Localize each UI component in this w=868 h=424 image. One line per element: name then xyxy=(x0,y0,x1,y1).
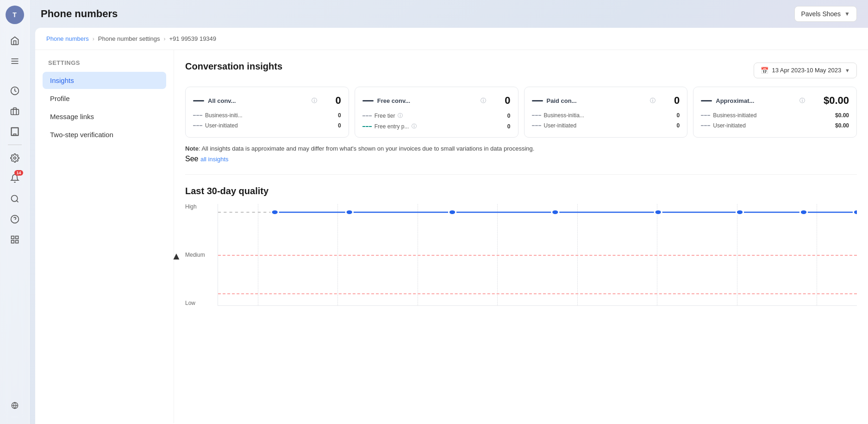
date-picker-chevron: ▼ xyxy=(845,68,850,73)
dashed-line-icon-4 xyxy=(532,115,541,116)
date-picker[interactable]: 📅 13 Apr 2023-10 May 2023 ▼ xyxy=(754,63,857,78)
sub-info-free-tier[interactable]: ⓘ xyxy=(398,112,403,119)
sub-label-user-init: User-initiated xyxy=(205,122,238,129)
metric-label-approx: Approximat... xyxy=(716,97,796,104)
dashed-line-teal-icon xyxy=(362,126,372,127)
dashed-line-icon xyxy=(193,115,202,116)
svg-rect-5 xyxy=(11,128,18,136)
metric-sub-paid-business: Business-initia... 0 xyxy=(532,112,680,119)
briefcase-icon[interactable] xyxy=(6,102,24,120)
quality-chart: High Medium Low xyxy=(185,204,857,306)
content-area: Phone numbers › Phone number settings › … xyxy=(35,28,868,424)
notification-badge: 14 xyxy=(14,170,23,176)
quality-section: Last 30-day quality High Medium Low xyxy=(185,186,857,306)
breadcrumb-phone-numbers[interactable]: Phone numbers xyxy=(46,35,89,42)
metric-header-approx: Approximat... ⓘ $0.00 xyxy=(701,95,849,107)
nav-two-step[interactable]: Two-step verification xyxy=(43,126,166,143)
nav-profile[interactable]: Profile xyxy=(43,90,166,107)
metric-label-free-conv: Free conv... xyxy=(377,97,477,104)
svg-point-30 xyxy=(853,210,857,215)
settings-label: Settings xyxy=(43,59,166,66)
insights-title: Conversation insights xyxy=(185,61,282,72)
settings-icon[interactable] xyxy=(6,149,24,167)
svg-point-12 xyxy=(11,196,17,202)
chart-y-labels: High Medium Low xyxy=(185,204,205,306)
svg-point-29 xyxy=(800,210,807,215)
chart-area xyxy=(218,204,857,306)
note-label: Note xyxy=(185,145,199,152)
top-header: Phone numbers Pavels Shoes ▼ xyxy=(30,0,868,28)
note-body: : All insights data is approximate and m… xyxy=(199,145,535,152)
svg-rect-19 xyxy=(11,240,14,243)
chevron-down-icon: ▼ xyxy=(844,11,850,17)
quality-chart-svg xyxy=(218,204,857,305)
building-icon[interactable] xyxy=(6,122,24,141)
main-content: Phone numbers Pavels Shoes ▼ Phone numbe… xyxy=(30,0,868,424)
metrics-grid: All conv... ⓘ 0 Business-initi... 0 xyxy=(185,87,857,138)
bell-icon[interactable]: 14 xyxy=(6,169,24,188)
svg-rect-4 xyxy=(11,109,19,115)
svg-point-26 xyxy=(552,210,559,215)
search-icon[interactable] xyxy=(6,190,24,208)
nav-insights[interactable]: Insights xyxy=(43,72,166,89)
calendar-icon: 📅 xyxy=(761,67,768,74)
dashed-line-icon-5 xyxy=(532,125,541,126)
metric-info-approx[interactable]: ⓘ xyxy=(799,97,805,105)
all-insights-link[interactable]: all insights xyxy=(200,156,229,163)
sub-info-free-entry[interactable]: ⓘ xyxy=(412,123,417,130)
sub-label-free-tier: Free tier xyxy=(375,113,395,119)
main-panel: Conversation insights 📅 13 Apr 2023-10 M… xyxy=(174,50,868,423)
metric-value-free-conv: 0 xyxy=(505,95,510,107)
workspace-name: Pavels Shoes xyxy=(801,10,841,18)
date-range: 13 Apr 2023-10 May 2023 xyxy=(772,67,842,74)
breadcrumb-phone: +91 99539 19349 xyxy=(169,35,216,42)
sub-label-approx-business: Business-initiated xyxy=(713,112,756,119)
sub-value-free-tier: 0 xyxy=(507,113,511,119)
metric-label-paid-conv: Paid con... xyxy=(547,97,647,104)
metric-line-icon-2 xyxy=(362,100,374,101)
svg-point-23 xyxy=(271,210,278,215)
metric-info-all-conv[interactable]: ⓘ xyxy=(312,97,317,105)
metric-card-approx: Approximat... ⓘ $0.00 Business-initiated… xyxy=(693,87,857,138)
metric-sub-approx-business: Business-initiated $0.00 xyxy=(701,112,849,119)
metric-sub-free-entry: Free entry p... ⓘ 0 xyxy=(362,123,511,130)
svg-point-11 xyxy=(13,157,16,159)
workspace-selector[interactable]: Pavels Shoes ▼ xyxy=(794,6,857,22)
page-title: Phone numbers xyxy=(41,8,118,20)
grid-icon[interactable] xyxy=(6,230,24,249)
dashed-line-icon-3 xyxy=(362,115,372,116)
metric-header-free-conv: Free conv... ⓘ 0 xyxy=(362,95,511,107)
chart-label-low: Low xyxy=(185,300,205,306)
svg-rect-17 xyxy=(15,236,18,239)
breadcrumb-sep-2: › xyxy=(163,36,165,42)
sub-value-approx-business: $0.00 xyxy=(835,112,849,119)
metric-header-paid-conv: Paid con... ⓘ 0 xyxy=(532,95,680,107)
dashed-line-icon-2 xyxy=(193,125,202,126)
metric-sub-business-init: Business-initi... 0 xyxy=(193,112,341,119)
conversation-insights-section: Conversation insights 📅 13 Apr 2023-10 M… xyxy=(185,61,857,163)
sub-label-paid-user: User-initiated xyxy=(544,122,577,129)
metric-sub-free-tier: Free tier ⓘ 0 xyxy=(362,112,511,119)
metric-label-all-conv: All conv... xyxy=(208,97,308,104)
sub-label-free-entry: Free entry p... xyxy=(375,123,409,130)
metric-info-paid-conv[interactable]: ⓘ xyxy=(650,97,656,105)
chart-label-medium: Medium xyxy=(185,252,205,258)
globe-icon[interactable] xyxy=(6,396,24,415)
clock-icon[interactable] xyxy=(6,82,24,100)
svg-point-27 xyxy=(655,210,662,215)
sub-label-paid-business: Business-initia... xyxy=(544,112,584,119)
avatar[interactable]: T xyxy=(6,6,24,24)
sidebar: T xyxy=(0,0,30,424)
help-icon[interactable] xyxy=(6,210,24,228)
metric-value-all-conv: 0 xyxy=(336,95,341,107)
svg-rect-16 xyxy=(11,236,14,239)
menu-icon[interactable] xyxy=(6,52,24,70)
see-text: See xyxy=(185,155,198,163)
metric-card-paid-conv: Paid con... ⓘ 0 Business-initia... 0 xyxy=(524,87,688,138)
nav-message-links[interactable]: Message links xyxy=(43,108,166,125)
metric-info-free-conv[interactable]: ⓘ xyxy=(481,97,486,105)
settings-sidebar: Settings Insights Profile Message links … xyxy=(35,50,174,423)
metric-value-paid-conv: 0 xyxy=(674,95,680,107)
home-icon[interactable] xyxy=(6,32,24,50)
metric-line-icon xyxy=(193,100,204,101)
